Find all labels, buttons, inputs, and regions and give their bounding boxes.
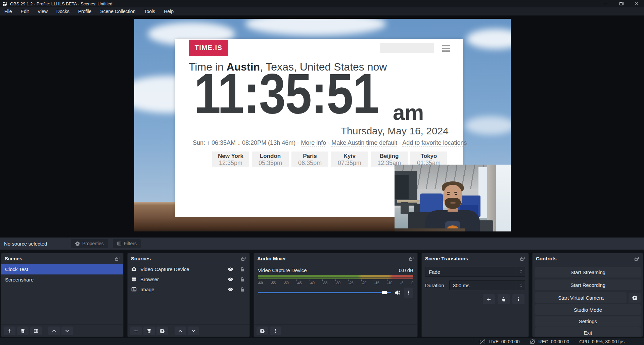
window-title: OBS 29.1.2 - Profile: LLHLS BETA - Scene… [10, 1, 112, 6]
popout-icon[interactable] [114, 256, 120, 261]
search-input[interactable] [380, 43, 434, 53]
more-info-link[interactable]: More info [301, 139, 326, 146]
clock-ampm: am [393, 102, 424, 123]
settings-button[interactable]: Settings [535, 316, 641, 327]
scene-item-screenshare[interactable]: Screenshare [1, 274, 123, 285]
move-source-up-button[interactable] [175, 327, 186, 335]
source-item-browser[interactable]: Browser [128, 274, 249, 284]
tick-label: -35 [323, 281, 327, 285]
transitions-toolbar [422, 294, 524, 304]
speaker-icon[interactable] [395, 290, 401, 296]
maximize-button[interactable] [613, 0, 629, 7]
current-date: Thursday, May 16, 2024 [341, 125, 449, 137]
eye-icon[interactable] [228, 287, 233, 292]
webcam-overlay[interactable] [395, 165, 511, 231]
move-source-down-button[interactable] [188, 327, 199, 335]
remove-scene-button[interactable] [17, 327, 29, 335]
mixer-channel-row: Video Capture Device 0.0 dB [254, 264, 417, 274]
menu-tools[interactable]: Tools [140, 9, 159, 14]
chevron-up-icon [519, 283, 523, 285]
volume-slider[interactable] [258, 292, 391, 293]
popout-icon[interactable] [241, 256, 246, 261]
add-scene-button[interactable] [4, 327, 15, 335]
move-scene-down-button[interactable] [61, 327, 73, 335]
city-paris[interactable]: Paris06:35pm [291, 152, 328, 167]
transition-options-button[interactable] [512, 294, 524, 304]
move-scene-up-button[interactable] [48, 327, 60, 335]
sources-header: Sources [128, 253, 249, 264]
duration-spin-arrows[interactable] [517, 281, 525, 290]
source-item-image[interactable]: Image [128, 284, 249, 294]
add-transition-button[interactable] [483, 294, 495, 304]
duration-spinbox[interactable]: 300 ms [449, 280, 525, 290]
scene-transitions-panel: Scene Transitions Fade Duration 300 ms [421, 253, 529, 337]
gear-icon [632, 295, 637, 300]
menu-profile[interactable]: Profile [74, 9, 96, 14]
trash-icon [20, 329, 25, 333]
menu-view[interactable]: View [33, 9, 52, 14]
camera-icon [131, 266, 137, 272]
filters-button[interactable]: Filters [113, 239, 141, 248]
menu-help[interactable]: Help [159, 9, 178, 14]
start-recording-button[interactable]: Start Recording [535, 279, 641, 290]
transition-select-arrows[interactable] [517, 267, 525, 276]
popout-icon[interactable] [520, 256, 525, 261]
menu-file[interactable]: File [0, 9, 16, 14]
globe-icon [131, 276, 137, 282]
close-button[interactable] [629, 0, 644, 7]
lock-icon[interactable] [240, 267, 245, 272]
city-time: 05:35pm [252, 160, 289, 167]
kebab-icon [406, 290, 411, 295]
filters-icon [117, 241, 122, 246]
remove-transition-button[interactable] [498, 294, 510, 304]
trash-icon [501, 297, 506, 302]
scene-item-clock-test[interactable]: Clock Test [1, 264, 123, 274]
city-london[interactable]: London05:35pm [252, 152, 289, 167]
studio-mode-button[interactable]: Studio Mode [535, 304, 641, 315]
remove-source-button[interactable] [143, 327, 155, 335]
lock-icon[interactable] [240, 277, 245, 282]
scene-canvas[interactable]: TIME.IS Time in Austin, Texas, United St… [134, 19, 511, 231]
mixer-menu-button[interactable] [270, 327, 281, 335]
lock-icon[interactable] [240, 287, 245, 292]
exit-button[interactable]: Exit [535, 327, 641, 337]
status-bar: LIVE: 00:00:00 REC: 00:00:00 CPU: 0.6%, … [0, 338, 644, 345]
city-kyiv[interactable]: Kyiv07:35pm [331, 152, 368, 167]
virtual-camera-settings-button[interactable] [629, 293, 641, 303]
city-time: 06:35pm [291, 160, 328, 167]
scene-filters-button[interactable] [30, 327, 42, 335]
city-name: Beijing [371, 153, 408, 160]
timeis-logo[interactable]: TIME.IS [189, 40, 228, 56]
menu-edit[interactable]: Edit [16, 9, 33, 14]
source-properties-button[interactable] [156, 327, 168, 335]
transition-select[interactable]: Fade [425, 267, 525, 277]
menu-scene-collection[interactable]: Scene Collection [96, 9, 140, 14]
minimize-button[interactable] [598, 0, 613, 7]
sources-toolbar [128, 325, 249, 337]
add-favorite-link[interactable]: Add to favorite locations [402, 139, 467, 146]
dock-area: Scenes Clock Test Screenshare Sources [0, 250, 644, 338]
audio-mixer-panel: Audio Mixer Video Capture Device 0.0 dB … [254, 253, 418, 337]
start-streaming-button[interactable]: Start Streaming [535, 267, 641, 277]
popout-icon[interactable] [634, 256, 639, 261]
source-item-video-capture[interactable]: Video Capture Device [128, 264, 249, 274]
add-source-button[interactable] [130, 327, 142, 335]
properties-button[interactable]: Properties [71, 239, 108, 248]
chevron-down-icon [519, 285, 523, 288]
tick-label: -40 [310, 281, 314, 285]
sun-info-line: Sun: ↑ 06:35AM ↓ 08:20PM (13h 46m) - Mor… [193, 139, 451, 146]
volume-slider-handle[interactable] [382, 291, 387, 294]
make-default-link[interactable]: Make Austin time default [331, 139, 397, 146]
advanced-audio-button[interactable] [257, 327, 268, 335]
mixer-options-button[interactable] [404, 288, 413, 298]
city-newyork[interactable]: New York12:35pm [212, 152, 249, 167]
eye-icon[interactable] [228, 276, 233, 282]
tick-label: -50 [284, 281, 288, 285]
office-chair [401, 202, 409, 214]
popout-icon[interactable] [409, 256, 414, 261]
chevron-up-icon [519, 269, 523, 272]
menu-docks[interactable]: Docks [52, 9, 74, 14]
hamburger-icon[interactable] [442, 45, 450, 52]
start-virtual-camera-button[interactable]: Start Virtual Camera [535, 292, 627, 303]
eye-icon[interactable] [228, 266, 233, 272]
